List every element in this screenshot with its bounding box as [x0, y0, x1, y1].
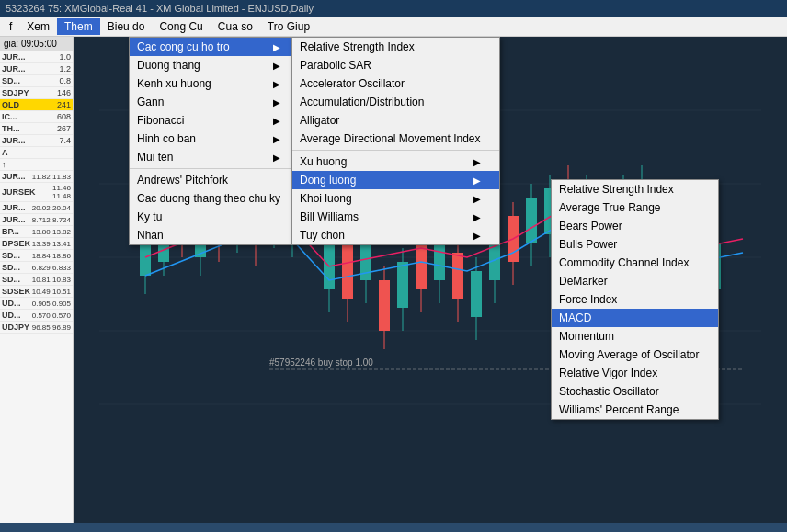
list-item[interactable]: BP...13.80 13.82 — [0, 226, 73, 238]
menu-item-rvi[interactable]: Relative Vigor Index — [552, 364, 718, 382]
menu-item-gann[interactable]: Gann ▶ — [130, 93, 299, 111]
list-item[interactable]: BPSEK13.39 13.41 — [0, 238, 73, 250]
list-item[interactable]: JUR...7.4 — [0, 135, 73, 147]
menu-bieu-do[interactable]: Bieu do — [100, 18, 153, 35]
svg-rect-34 — [397, 262, 408, 308]
menu-f[interactable]: f — [2, 18, 19, 35]
menu-item-hinh-co-ban[interactable]: Hinh co ban ▶ — [130, 130, 299, 148]
menu-item-stochastic[interactable]: Stochastic Oscillator — [552, 382, 718, 401]
svg-rect-42 — [471, 271, 482, 317]
list-item[interactable]: JUR...20.02 20.04 — [0, 202, 73, 214]
list-item[interactable]: JURSEK11.46 11.48 — [0, 183, 73, 202]
menu-item-atr[interactable]: Average True Range — [552, 198, 718, 217]
menu-item-rsi-2[interactable]: Relative Strength Index — [552, 180, 718, 198]
menu-item-xu-huong[interactable]: Xu huong ▶ — [292, 153, 499, 171]
chart-area: #57952246 buy stop 1.00 Cac cong cu ho t… — [74, 37, 787, 523]
svg-rect-36 — [416, 243, 427, 289]
menu-item-duong-thang[interactable]: Duong thang ▶ — [130, 56, 299, 74]
list-item[interactable]: UD...0.570 0.570 — [0, 310, 73, 322]
list-item[interactable]: JUR...1.2 — [0, 63, 73, 75]
menu-separator — [130, 168, 299, 169]
svg-rect-48 — [526, 198, 537, 243]
menu-item-alligator[interactable]: Alligator — [292, 111, 499, 130]
main-layout: gia: 09:05:00 JUR...1.0 JUR...1.2 SD...0… — [0, 37, 787, 523]
cac-cong-cu-menu-popup: Relative Strength Index Parabolic SAR Ac… — [291, 37, 500, 245]
list-item[interactable]: JUR...11.82 11.83 — [0, 171, 73, 183]
svg-rect-40 — [452, 253, 463, 299]
svg-rect-28 — [342, 243, 353, 299]
menu-xem[interactable]: Xem — [19, 18, 57, 35]
header-time: gia: 09:05:00 — [4, 39, 57, 49]
menu-item-mao[interactable]: Moving Average of Oscillator — [552, 345, 718, 364]
title-bar: 5323264 75: XMGlobal-Real 41 - XM Global… — [0, 0, 787, 17]
menu-item-cci[interactable]: Commodity Channel Index — [552, 254, 718, 272]
list-item[interactable]: ↑ — [0, 159, 73, 171]
list-item[interactable]: IC...608 — [0, 111, 73, 123]
list-item[interactable]: SD...6.829 6.833 — [0, 262, 73, 274]
list-item[interactable]: JUR...8.712 8.724 — [0, 214, 73, 226]
menu-item-bill-williams[interactable]: Bill Williams ▶ — [292, 208, 499, 226]
menu-item-bears-power[interactable]: Bears Power — [552, 217, 718, 235]
menu-item-macd[interactable]: MACD — [552, 309, 718, 327]
dong-luong-menu-popup: Relative Strength Index Average True Ran… — [551, 179, 719, 420]
menu-item-demarker[interactable]: DeMarker — [552, 272, 718, 290]
menu-item-dong-luong[interactable]: Dong luong ▶ — [292, 171, 499, 189]
title-text: 5323264 75: XMGlobal-Real 41 - XM Global… — [6, 3, 314, 14]
menu-item-kenh-xu-huong[interactable]: Kenh xu huong ▶ — [130, 74, 299, 93]
them-menu-popup: Cac cong cu ho tro ▶ Duong thang ▶ Kenh … — [129, 37, 300, 245]
menu-item-fibonacci[interactable]: Fibonacci ▶ — [130, 111, 299, 130]
list-item[interactable]: SD...18.84 18.86 — [0, 250, 73, 262]
menu-separator-2 — [292, 150, 499, 151]
list-item[interactable]: SDSEK10.49 10.51 — [0, 286, 73, 298]
svg-text:#57952246 buy stop 1.00: #57952246 buy stop 1.00 — [269, 357, 373, 368]
menu-item-khoi-luong[interactable]: Khoi luong ▶ — [292, 189, 499, 208]
menu-item-williams-percent[interactable]: Williams' Percent Range — [552, 401, 718, 419]
menu-cua-so[interactable]: Cua so — [211, 18, 260, 35]
svg-rect-32 — [379, 280, 390, 331]
list-item[interactable]: UDJPY96.85 96.89 — [0, 322, 73, 334]
list-item[interactable]: TH...267 — [0, 123, 73, 135]
menu-item-pitchfork[interactable]: Andrews' Pitchfork — [130, 171, 299, 189]
menu-tro-giup[interactable]: Tro Giup — [260, 18, 317, 35]
list-item[interactable]: SD...10.81 10.83 — [0, 274, 73, 286]
list-item[interactable]: UD...0.905 0.905 — [0, 298, 73, 310]
list-item[interactable]: SDJPY146 — [0, 87, 73, 99]
menu-bar: f Xem Them Bieu do Cong Cu Cua so Tro Gi… — [0, 17, 787, 37]
menu-item-admi[interactable]: Average Directional Movement Index — [292, 130, 499, 148]
menu-item-accelerator[interactable]: Accelerator Oscillator — [292, 74, 499, 93]
menu-item-nhan[interactable]: Nhan — [130, 226, 299, 244]
menu-item-cac-cong-cu[interactable]: Cac cong cu ho tro ▶ — [130, 38, 299, 56]
menu-item-force-index[interactable]: Force Index — [552, 290, 718, 309]
menu-item-mui-ten[interactable]: Mui ten ▶ — [130, 148, 299, 166]
list-item-highlighted[interactable]: OLD241 — [0, 99, 73, 111]
left-panel-header: gia: 09:05:00 — [0, 37, 73, 51]
menu-item-accumulation[interactable]: Accumulation/Distribution — [292, 93, 499, 111]
list-item[interactable]: SD...0.8 — [0, 75, 73, 87]
menu-item-rsi[interactable]: Relative Strength Index — [292, 38, 499, 56]
menu-item-parabolic[interactable]: Parabolic SAR — [292, 56, 499, 74]
list-item[interactable]: A — [0, 147, 73, 159]
menu-item-ky-tu[interactable]: Ky tu — [130, 208, 299, 226]
menu-item-momentum[interactable]: Momentum — [552, 327, 718, 345]
menu-item-cac-duong[interactable]: Cac duong thang theo chu ky — [130, 189, 299, 208]
menu-item-bulls-power[interactable]: Bulls Power — [552, 235, 718, 254]
menu-them[interactable]: Them — [57, 18, 100, 35]
left-panel: gia: 09:05:00 JUR...1.0 JUR...1.2 SD...0… — [0, 37, 74, 523]
menu-item-tuy-chon[interactable]: Tuy chon ▶ — [292, 226, 499, 244]
menu-cong-cu[interactable]: Cong Cu — [152, 18, 210, 35]
list-item[interactable]: JUR...1.0 — [0, 51, 73, 63]
